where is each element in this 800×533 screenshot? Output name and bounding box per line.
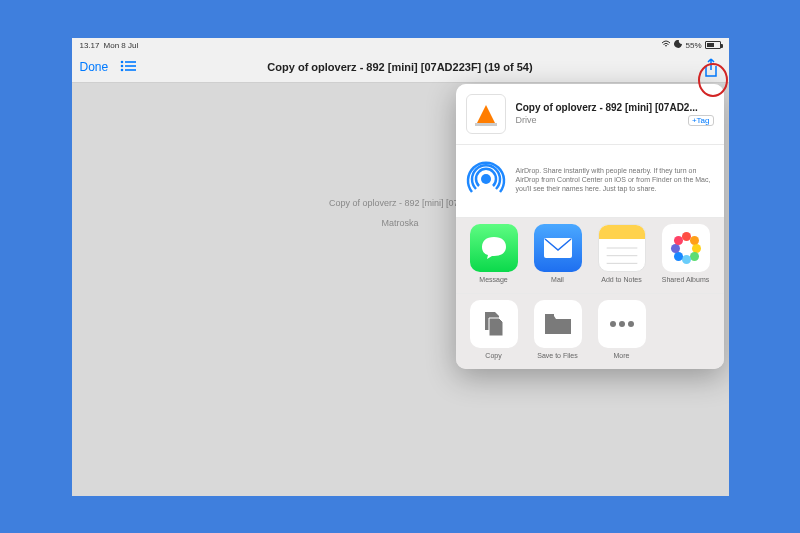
svg-rect-3 <box>125 65 136 67</box>
svg-point-14 <box>628 321 634 327</box>
airdrop-text: AirDrop. Share instantly with people nea… <box>516 167 714 193</box>
svg-point-2 <box>121 65 124 68</box>
airdrop-section[interactable]: AirDrop. Share instantly with people nea… <box>456 145 724 217</box>
svg-point-0 <box>121 61 124 64</box>
more-icon <box>598 300 646 348</box>
app-label: Add to Notes <box>601 276 641 283</box>
action-label: More <box>614 352 630 359</box>
share-icon[interactable] <box>703 58 719 82</box>
messages-icon <box>470 224 518 272</box>
notes-icon <box>598 224 646 272</box>
share-app-message[interactable]: Message <box>462 224 526 283</box>
action-row: Copy Save to Files More . <box>456 294 724 369</box>
action-copy[interactable]: Copy <box>462 300 526 359</box>
svg-rect-5 <box>125 69 136 71</box>
battery-pct: 55% <box>685 41 701 50</box>
app-row: Message Mail Add to Notes <box>456 218 724 293</box>
app-label: Mail <box>551 276 564 283</box>
svg-point-13 <box>619 321 625 327</box>
sheet-file-title: Copy of oploverz - 892 [mini] [07AD2... <box>516 102 714 113</box>
folder-icon <box>534 300 582 348</box>
status-date: Mon 8 Jul <box>104 41 139 50</box>
list-icon[interactable] <box>120 58 137 76</box>
action-save-to-files[interactable]: Save to Files <box>526 300 590 359</box>
status-bar: 13.17 Mon 8 Jul 55% <box>72 38 729 53</box>
share-sheet: Copy of oploverz - 892 [mini] [07AD2... … <box>456 84 724 369</box>
app-label: Shared Albums <box>662 276 709 283</box>
svg-point-6 <box>481 174 491 184</box>
nav-bar: Done Copy of oploverz - 892 [mini] [07AD… <box>72 53 729 83</box>
done-button[interactable]: Done <box>80 60 109 74</box>
svg-rect-11 <box>545 314 554 317</box>
mail-icon <box>534 224 582 272</box>
action-more[interactable]: More <box>590 300 654 359</box>
file-thumbnail <box>466 94 506 134</box>
preview-filename: Copy of oploverz - 892 [mini] [07AD <box>329 198 471 208</box>
action-label: Save to Files <box>537 352 577 359</box>
dnd-icon <box>674 40 682 50</box>
wifi-icon <box>661 40 671 50</box>
svg-point-12 <box>610 321 616 327</box>
share-app-shared-albums[interactable]: Shared Albums <box>654 224 718 283</box>
page-title: Copy of oploverz - 892 [mini] [07AD223F]… <box>267 61 532 73</box>
action-label: Copy <box>485 352 501 359</box>
share-app-notes[interactable]: Add to Notes <box>590 224 654 283</box>
copy-icon <box>470 300 518 348</box>
tag-button[interactable]: +Tag <box>688 115 714 126</box>
preview-filetype: Matroska <box>381 218 418 228</box>
svg-rect-1 <box>125 61 136 63</box>
sheet-header: Copy of oploverz - 892 [mini] [07AD2... … <box>456 84 724 144</box>
battery-icon <box>705 41 721 49</box>
vlc-icon <box>477 105 495 123</box>
airdrop-icon <box>466 159 506 203</box>
photos-icon <box>662 224 710 272</box>
svg-point-4 <box>121 69 124 72</box>
status-time: 13.17 <box>80 41 100 50</box>
sheet-source: Drive <box>516 115 537 125</box>
app-label: Message <box>479 276 507 283</box>
share-app-mail[interactable]: Mail <box>526 224 590 283</box>
